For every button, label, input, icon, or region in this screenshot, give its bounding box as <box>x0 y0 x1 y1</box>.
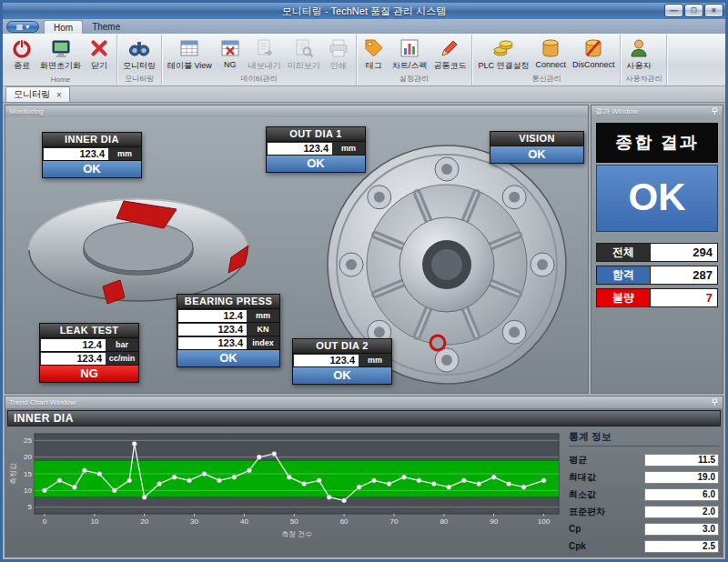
stat-value: 2.0 <box>644 506 719 518</box>
chevron-down-icon: ▾ <box>25 24 29 31</box>
table-button[interactable]: 테이블 View <box>165 35 215 73</box>
screen-reset-icon <box>50 37 72 59</box>
gauge-vision: VISIONOK <box>490 131 584 164</box>
svg-text:0: 0 <box>43 517 47 526</box>
overall-result-value: OK <box>596 165 718 232</box>
maximize-button[interactable]: □ <box>684 4 703 17</box>
stat-value: 3.0 <box>644 523 719 536</box>
gauge-leak-test: LEAK TEST12.4bar123.4cc/minNG <box>39 323 139 383</box>
gauge-title: OUT DIA 2 <box>292 338 392 354</box>
result-stat-rows: 전체294합격287불량7 <box>596 243 718 307</box>
ribbon-button-label: 차트/스펙 <box>392 60 428 72</box>
stat-value: 11.5 <box>644 454 719 467</box>
app-menu-icon: ▦ <box>16 24 24 31</box>
ribbon-button-label: PLC 연결설정 <box>478 60 529 72</box>
svg-text:측정 건수: 측정 건수 <box>281 530 312 538</box>
svg-text:20: 20 <box>140 517 148 526</box>
gauge-unit: bar <box>106 340 138 349</box>
svg-text:측정값: 측정값 <box>9 463 17 485</box>
result-row: 합격287 <box>596 266 718 285</box>
app-menu-button[interactable]: ▦ ▾ <box>6 21 39 33</box>
ribbon-button-label: Connect <box>535 60 566 69</box>
chart-button[interactable]: 차트/스펙 <box>389 35 430 73</box>
gauge-status: NG <box>39 366 139 383</box>
result-window-caption: 결과 Window <box>592 105 723 117</box>
gauge-bearing-press: BEARING PRESS12.4mm123.4KN123.4indexOK <box>177 294 280 367</box>
gauge-status: OK <box>42 161 142 178</box>
disconnect-button[interactable]: DisConnect <box>570 35 618 70</box>
ribbon-button-label: 태그 <box>366 60 382 72</box>
gauge-value: 123.4 <box>178 337 247 349</box>
result-window: 결과 Window 종합 결과 OK 전체294합격287불량7 <box>591 105 723 394</box>
gauge-value: 12.4 <box>178 310 247 322</box>
result-caption-label: 결과 Window <box>595 106 638 116</box>
document-tab-bar: 모니터링 × <box>3 86 725 103</box>
stat-label: 최대값 <box>569 471 596 484</box>
svg-text:10: 10 <box>90 517 98 526</box>
gauge-value-row: 12.4bar <box>39 338 139 352</box>
gauge-value-row: 123.4index <box>177 336 280 350</box>
preview-button: 미리보기 <box>285 35 323 73</box>
svg-text:5: 5 <box>28 503 33 511</box>
main-area: Monitoring <box>3 103 725 396</box>
svg-text:40: 40 <box>240 517 248 526</box>
tag-icon <box>363 37 385 59</box>
stat-label: 평균 <box>569 454 587 467</box>
gauge-title: LEAK TEST <box>39 323 139 338</box>
ribbon-group-3: 태그차트/스펙공통코드설정관리 <box>357 35 473 85</box>
ribbon-button-label: 테이블 View <box>167 60 212 72</box>
document-tab-monitoring[interactable]: 모니터링 × <box>5 86 70 102</box>
ribbon-tabs: HomTheme <box>44 20 129 34</box>
app-window: 모니터링 - TechNet 품질 관리 시스템 — □ × ▦ ▾ HomTh… <box>0 0 728 562</box>
close-red-button[interactable]: 닫기 <box>85 35 114 73</box>
pin-icon[interactable] <box>711 107 719 115</box>
ribbon-group-2: 테이블 ViewNG내보내기미리보기인쇄데이터관리 <box>162 35 357 85</box>
close-button[interactable]: × <box>704 4 723 17</box>
stat-row: 최대값19.0 <box>569 468 719 486</box>
print-icon <box>328 37 349 59</box>
overall-result-title: 종합 결과 <box>596 123 718 163</box>
ribbon-group-label: 모니터링 <box>120 73 158 85</box>
ribbon-group-5: 사용자사용자관리 <box>621 35 667 85</box>
stat-row: 최소값6.0 <box>569 486 719 503</box>
result-row-label: 전체 <box>597 244 650 261</box>
ribbon-tab-theme[interactable]: Theme <box>83 20 129 34</box>
pencil-button[interactable]: 공통코드 <box>430 35 469 73</box>
statistics-rows: 평균11.5최대값19.0최소값6.0표준편차2.0Cp3.0Cpk2.5 <box>569 451 719 555</box>
user-button[interactable]: 사용자 <box>623 35 653 73</box>
tab-close-icon[interactable]: × <box>56 90 62 100</box>
power-button[interactable]: 종료 <box>7 35 36 73</box>
trend-chart-title: INNER DIA <box>7 410 721 427</box>
stat-row: Cp3.0 <box>569 520 719 537</box>
ng-table-icon <box>219 37 241 59</box>
gauge-value-row: 123.4mm <box>266 142 366 156</box>
result-content: 종합 결과 OK 전체294합격287불량7 <box>592 117 723 393</box>
stat-label: Cpk <box>569 541 586 551</box>
ribbon-group-1: 모니터링모니터링 <box>117 35 162 85</box>
gauge-status: OK <box>292 367 392 385</box>
gauge-value: 123.4 <box>44 148 108 160</box>
connect-button[interactable]: Connect <box>532 35 569 70</box>
gauge-title: VISION <box>490 131 584 146</box>
ribbon-tab-home[interactable]: Hom <box>44 20 83 34</box>
gauge-out-dia-1: OUT DIA 1123.4mmOK <box>266 126 366 173</box>
ribbon-button-label: 미리보기 <box>288 60 320 72</box>
stat-label: 표준편차 <box>569 506 605 518</box>
svg-text:90: 90 <box>490 517 498 526</box>
gauge-title: BEARING PRESS <box>177 294 280 309</box>
ng-table-button[interactable]: NG <box>216 35 245 70</box>
binoculars-button[interactable]: 모니터링 <box>120 35 158 73</box>
ribbon-button-label: 종료 <box>14 60 30 72</box>
pin-icon[interactable] <box>711 398 719 406</box>
plc-button[interactable]: PLC 연결설정 <box>475 35 531 73</box>
statistics-panel: 통계 정보 평균11.5최대값19.0최소값6.0표준편차2.0Cp3.0Cpk… <box>569 430 719 555</box>
screen-reset-button[interactable]: 화면초기화 <box>37 35 84 73</box>
monitoring-caption: Monitoring <box>5 105 588 117</box>
ribbon-button-label: 화면초기화 <box>40 60 81 72</box>
tag-button[interactable]: 태그 <box>359 35 389 73</box>
minimize-button[interactable]: — <box>664 4 683 17</box>
gauge-status: OK <box>266 156 366 173</box>
ribbon: 종료화면초기화닫기Home모니터링모니터링테이블 ViewNG내보내기미리보기인… <box>3 34 725 86</box>
export-button: 내보내기 <box>246 35 284 73</box>
gauge-status: OK <box>490 146 584 164</box>
